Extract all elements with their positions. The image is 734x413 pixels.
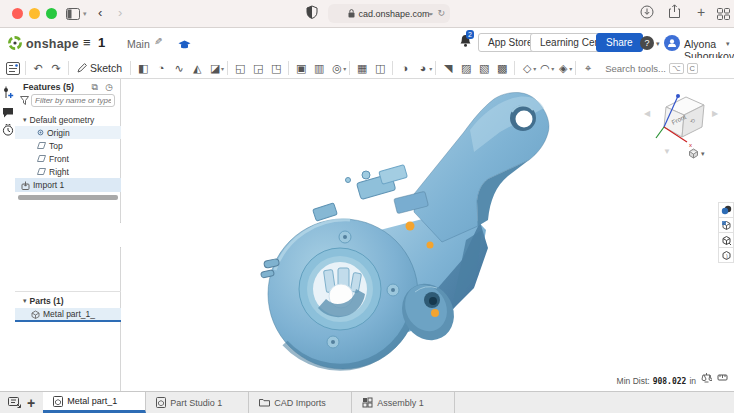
rollback-history-icon[interactable]: ◷: [105, 82, 113, 92]
mass-properties-icon[interactable]: [701, 369, 712, 387]
filter-funnel-icon[interactable]: [20, 96, 29, 107]
parts-divider: [15, 291, 121, 292]
part-item-metal-part-1[interactable]: Metal part_1_: [15, 308, 121, 322]
reload-icon[interactable]: ↻: [437, 8, 445, 18]
delete-face-icon[interactable]: ▨: [457, 60, 475, 77]
fillet-icon[interactable]: ◱: [231, 60, 249, 77]
new-tab-button[interactable]: +: [697, 4, 705, 20]
sweep-icon[interactable]: ∿: [170, 60, 188, 77]
viewport[interactable]: ◀ ▶ ▼ Front ⟲ x ▾: [121, 79, 734, 391]
share-page-icon[interactable]: [668, 4, 681, 23]
measure-icon[interactable]: ⌖: [579, 60, 597, 77]
sketch-button[interactable]: Sketch: [72, 60, 127, 77]
tree-item-origin[interactable]: Origin: [15, 126, 121, 139]
user-chevron-icon[interactable]: ▾: [726, 40, 730, 48]
downloads-icon[interactable]: [640, 5, 654, 23]
tab-assembly-1[interactable]: Assembly 1: [352, 392, 455, 413]
split-icon[interactable]: ◑: [396, 60, 414, 77]
view-cube[interactable]: Front ⟲ x: [652, 93, 714, 151]
measure-icon[interactable]: [717, 369, 728, 387]
onshape-logo-text[interactable]: onshape: [26, 37, 79, 51]
tree-item-front[interactable]: Front: [15, 152, 121, 165]
feature-list-toggle-icon[interactable]: [4, 60, 22, 77]
document-title[interactable]: 1: [98, 35, 105, 50]
share-button[interactable]: Share: [596, 33, 643, 52]
shell-icon[interactable]: ▣: [292, 60, 310, 77]
browser-forward-button[interactable]: ›: [118, 5, 122, 20]
move-face-icon[interactable]: ▧: [475, 60, 493, 77]
minimize-window-button[interactable]: [29, 8, 40, 19]
avatar[interactable]: [664, 35, 680, 51]
notifications-bell-icon[interactable]: 2: [459, 34, 472, 52]
versions-history-icon[interactable]: [2, 122, 14, 134]
tab-cad-imports[interactable]: CAD Imports: [249, 392, 352, 413]
search-tools[interactable]: Search tools... ⌥ C: [605, 63, 698, 74]
privacy-shield-icon[interactable]: [306, 5, 318, 23]
display-states-panel-icon[interactable]: [718, 217, 734, 233]
parts-section-header[interactable]: ▾ Parts (1): [15, 294, 121, 307]
mirror-icon[interactable]: ◫: [371, 60, 389, 77]
maximize-window-button[interactable]: [46, 8, 57, 19]
loft-icon[interactable]: ◭: [188, 60, 206, 77]
modify-fillet-icon[interactable]: ◥: [439, 60, 457, 77]
linear-pattern-icon[interactable]: ▦: [353, 60, 371, 77]
tree-group-default-geometry[interactable]: ▾ Default geometry: [15, 113, 121, 126]
site-settings-icon[interactable]: ◒: [428, 8, 433, 18]
tab-metal-part-1[interactable]: Metal part_1: [43, 392, 146, 413]
replace-face-icon[interactable]: ▩: [493, 60, 511, 77]
min-dist-label: Min Dist:: [617, 376, 650, 386]
extrude-icon[interactable]: ◧: [134, 60, 152, 77]
undo-icon[interactable]: ↶: [29, 60, 47, 77]
toolbar-divider: [514, 61, 515, 75]
sync-panel-icon[interactable]: ⧉: [92, 82, 98, 93]
surface-dropdown-icon[interactable]: ▾: [569, 65, 572, 72]
view-options-button[interactable]: ▾: [688, 148, 705, 159]
tree-item-right[interactable]: Right: [15, 165, 121, 178]
help-button[interactable]: ?: [640, 36, 654, 50]
notification-badge: 2: [466, 30, 474, 39]
custom-tables-panel-icon[interactable]: ): [718, 247, 734, 263]
branch-label[interactable]: Main: [127, 38, 150, 50]
redo-icon[interactable]: ↷: [47, 60, 65, 77]
tab-part-studio-1[interactable]: Part Studio 1: [146, 392, 249, 413]
chamfer-icon[interactable]: ◲: [249, 60, 267, 77]
sidebar-toggle-icon[interactable]: [66, 6, 81, 24]
rename-pencil-icon[interactable]: ✎: [154, 36, 162, 47]
create-tab-button[interactable]: +: [27, 395, 35, 411]
chevron-down-icon: ▾: [23, 116, 27, 124]
comments-icon[interactable]: [2, 104, 14, 116]
help-chevron-icon[interactable]: ▾: [656, 40, 660, 48]
hole-dropdown-icon[interactable]: ▾: [343, 65, 346, 72]
draft-icon[interactable]: ◳: [267, 60, 285, 77]
tree-item-top[interactable]: Top: [15, 139, 121, 152]
boolean-dropdown-icon[interactable]: ▾: [429, 65, 432, 72]
revolve-icon[interactable]: ◔: [152, 60, 170, 77]
onshape-logo-icon[interactable]: [7, 35, 23, 55]
rollback-bar[interactable]: [18, 195, 118, 200]
assembly-icon: [362, 397, 373, 408]
item-label: Top: [49, 141, 63, 151]
document-menu-icon[interactable]: ≡: [83, 35, 91, 50]
toolbar-divider: [435, 61, 436, 75]
appearance-panel-icon[interactable]: [718, 202, 734, 218]
tab-overview-icon[interactable]: [717, 6, 730, 24]
tree-item-import-1[interactable]: Import 1: [15, 178, 121, 192]
rib-icon[interactable]: ▥: [310, 60, 328, 77]
configuration-panel-icon[interactable]: [718, 232, 734, 248]
parts-title: Parts (1): [30, 296, 64, 306]
tab-manager-icon[interactable]: [8, 394, 21, 412]
toolbar-icon-strip: ◧◔∿◭◪▾◱◲◳▣▥◎▾▦◫◑◕▾◥▨▧▩◇▾◠▾◈▾⌖: [134, 60, 597, 77]
part-3d-view[interactable]: [230, 80, 590, 385]
browser-back-button[interactable]: ‹: [98, 5, 102, 20]
min-dist-unit: in: [689, 376, 696, 386]
address-bar[interactable]: cad.onshape.com ◒ ↻: [328, 4, 450, 23]
thicken-dropdown-icon[interactable]: ▾: [221, 65, 224, 72]
filter-input[interactable]: [31, 94, 115, 107]
rotate-left-arrow-icon[interactable]: ◀: [644, 109, 650, 118]
plane-icon: [37, 168, 46, 175]
tab-label: Assembly 1: [377, 398, 424, 408]
learning-cap-icon[interactable]: [178, 37, 191, 55]
configurations-icon[interactable]: [2, 85, 14, 97]
close-window-button[interactable]: [12, 8, 23, 19]
sidebar-chevron-icon[interactable]: ▾: [83, 10, 87, 18]
